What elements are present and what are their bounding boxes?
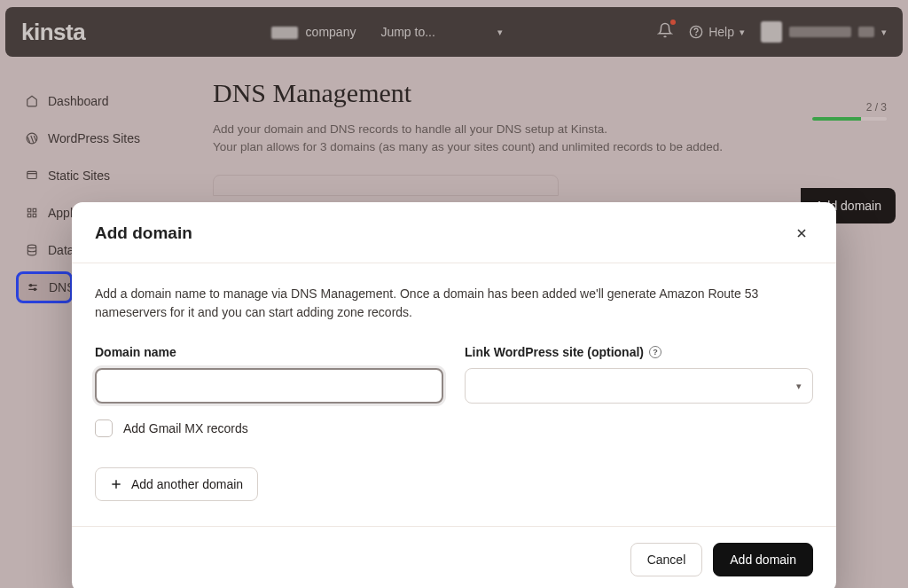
sidebar-item-dashboard[interactable]: Dashboard [16,85,202,117]
progress-label: 2 / 3 [812,101,887,114]
page-description: Add your domain and DNS records to handl… [213,121,763,157]
home-icon [25,94,39,108]
domain-name-label: Domain name [95,345,443,359]
page-title: DNS Management [213,78,890,108]
svg-point-1 [696,35,697,35]
search-input-stub[interactable] [213,175,559,196]
static-sites-icon [25,169,39,183]
user-name-blurred-2 [858,27,874,37]
sidebar-item-label: WordPress Sites [48,131,140,145]
user-name-blurred [789,27,851,37]
sidebar-item-label: Dashboard [48,94,109,108]
sidebar-item-dns[interactable]: DNS [16,271,73,303]
sidebar-item-wordpress[interactable]: WordPress Sites [16,122,202,154]
chevron-down-icon: ▾ [740,27,745,38]
close-icon [794,226,809,240]
svg-rect-4 [27,208,30,212]
plus-icon [110,478,122,490]
help-icon [689,25,703,39]
add-domain-submit-button[interactable]: Add domain [713,543,813,576]
modal-title: Add domain [95,223,192,243]
chevron-down-icon: ▾ [497,27,503,38]
domain-progress: 2 / 3 [812,101,887,121]
add-another-label: Add another domain [131,477,243,491]
company-label: company [306,25,356,39]
progress-bar [812,117,887,121]
sidebar-item-label: Static Sites [48,169,110,183]
gmail-mx-label: Add Gmail MX records [123,421,248,435]
applications-icon [25,206,39,220]
help-tooltip-icon[interactable]: ? [649,346,661,358]
cancel-button[interactable]: Cancel [630,543,703,576]
bell-icon [657,22,673,38]
chevron-down-icon: ▾ [881,27,887,38]
svg-point-10 [34,288,35,290]
logo[interactable]: kinsta [21,19,85,46]
svg-point-9 [30,285,32,286]
close-button[interactable] [790,222,813,245]
topbar: kinsta company Jump to... ▾ Help ▾ ▾ [5,7,903,57]
company-name-blurred [271,27,298,39]
database-icon [25,243,39,257]
progress-fill [812,117,861,121]
svg-rect-5 [33,208,36,212]
help-menu[interactable]: Help ▾ [689,25,745,39]
svg-point-8 [27,245,35,248]
sidebar-item-label: DNS [49,280,73,294]
svg-rect-3 [27,171,37,178]
link-wp-select[interactable]: ▾ [465,368,813,404]
avatar [761,21,782,43]
link-wp-label: Link WordPress site (optional) ? [465,345,813,359]
domain-name-input[interactable] [95,368,443,404]
gmail-mx-checkbox[interactable] [95,419,113,437]
add-another-domain-button[interactable]: Add another domain [95,467,258,501]
svg-rect-7 [33,214,36,217]
add-domain-modal: Add domain Add a domain name to manage v… [72,202,836,588]
wordpress-icon [25,131,39,145]
sidebar-item-static-sites[interactable]: Static Sites [16,160,202,192]
chevron-down-icon: ▾ [796,380,802,392]
jump-to-menu[interactable]: Jump to... ▾ [380,25,502,39]
svg-rect-6 [27,214,30,217]
help-label: Help [708,25,734,39]
company-switcher[interactable]: company [271,24,356,40]
notification-dot-icon [670,20,676,25]
user-menu[interactable]: ▾ [761,21,887,43]
jump-to-label: Jump to... [380,25,434,39]
modal-description: Add a domain name to manage via DNS Mana… [95,285,813,322]
notifications-button[interactable] [657,22,673,42]
dns-icon [26,280,40,294]
